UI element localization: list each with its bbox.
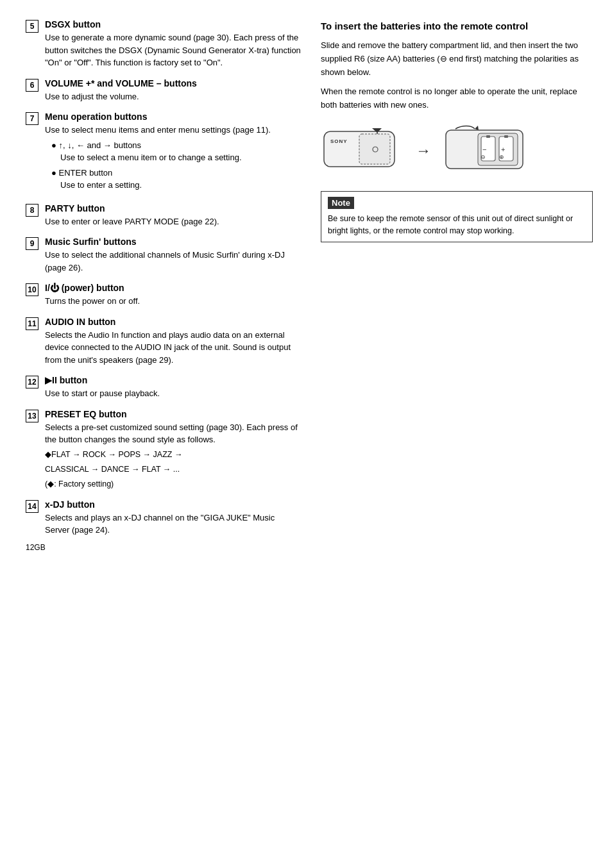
item-9: 9 Music Surfin' buttons Use to select th… (26, 237, 302, 274)
svg-text:⊖: ⊖ (480, 154, 486, 160)
item-13-body: Selects a pre-set customized sound setti… (45, 421, 302, 446)
item-8-title: PARTY button (45, 203, 302, 213)
item-num-13: 13 (26, 410, 38, 422)
battery-diagram: SONY → − (321, 124, 593, 178)
item-13-eq-line2: CLASSICAL → DANCE → FLAT → ... (45, 463, 302, 476)
item-num-9: 9 (26, 237, 38, 250)
item-7-body: Use to select menu items and enter menu … (45, 124, 302, 137)
arrow-icon: → (416, 142, 431, 160)
item-6-body: Use to adjust the volume. (45, 90, 302, 103)
item-5-title: DSGX button (45, 19, 302, 29)
item-6-content: VOLUME +* and VOLUME – buttons Use to ad… (45, 78, 302, 103)
right-heading: To insert the batteries into the remote … (321, 19, 593, 33)
item-num-10: 10 (26, 283, 38, 296)
note-box: Note Be sure to keep the remote sensor o… (321, 191, 593, 243)
item-13-eq-note: (◆: Factory setting) (45, 478, 302, 490)
svg-rect-11 (504, 135, 508, 138)
item-6: 6 VOLUME +* and VOLUME – buttons Use to … (26, 78, 302, 103)
item-9-title: Music Surfin' buttons (45, 237, 302, 247)
item-14-body: Selects and plays an x-DJ channel on the… (45, 512, 302, 537)
item-10-title: I/⏻ (power) button (45, 283, 302, 293)
item-14: 14 x-DJ button Selects and plays an x-DJ… (26, 499, 302, 537)
right-para2: When the remote control is no longer abl… (321, 85, 593, 112)
item-7-bullet-2: ENTER button Use to enter a setting. (51, 167, 302, 192)
note-body: Be sure to keep the remote sensor of thi… (328, 213, 586, 237)
item-10: 10 I/⏻ (power) button Turns the power on… (26, 283, 302, 308)
item-7-sub-2: Use to enter a setting. (60, 179, 302, 192)
item-12-title: ▶II button (45, 375, 302, 385)
item-7-bullet-1: ↑, ↓, ← and → buttons Use to select a me… (51, 139, 302, 164)
item-5-body: Use to generate a more dynamic sound (pa… (45, 31, 302, 69)
item-10-body: Turns the power on or off. (45, 295, 302, 308)
right-column: To insert the batteries into the remote … (314, 19, 593, 546)
device-closed-svg: SONY (321, 125, 404, 176)
item-num-14: 14 (26, 500, 38, 513)
item-8-content: PARTY button Use to enter or leave PARTY… (45, 203, 302, 228)
item-12-body: Use to start or pause playback. (45, 387, 302, 400)
svg-rect-8 (486, 135, 490, 138)
item-num-8: 8 (26, 204, 38, 217)
right-para1: Slide and remove the battery compartment… (321, 39, 593, 79)
item-13: 13 PRESET EQ button Selects a pre-set cu… (26, 409, 302, 490)
item-12: 12 ▶II button Use to start or pause play… (26, 375, 302, 400)
item-14-title: x-DJ button (45, 499, 302, 510)
item-7: 7 Menu operation buttons Use to select m… (26, 112, 302, 194)
item-7-bullets: ↑, ↓, ← and → buttons Use to select a me… (45, 139, 302, 192)
svg-text:−: − (482, 146, 486, 153)
item-8: 8 PARTY button Use to enter or leave PAR… (26, 203, 302, 228)
item-11: 11 AUDIO IN button Selects the Audio In … (26, 317, 302, 367)
item-11-content: AUDIO IN button Selects the Audio In fun… (45, 317, 302, 367)
item-5: 5 DSGX button Use to generate a more dyn… (26, 19, 302, 69)
svg-text:SONY: SONY (330, 138, 348, 144)
svg-text:+: + (501, 146, 505, 153)
device-open-svg: − + ⊖ ⊕ (443, 124, 532, 178)
item-9-body: Use to select the additional channels of… (45, 249, 302, 274)
item-num-6: 6 (26, 79, 38, 92)
item-8-body: Use to enter or leave PARTY MODE (page 2… (45, 215, 302, 228)
item-num-11: 11 (26, 317, 38, 330)
item-11-title: AUDIO IN button (45, 317, 302, 327)
svg-rect-2 (359, 134, 390, 164)
item-13-title: PRESET EQ button (45, 409, 302, 419)
item-num-7: 7 (26, 112, 38, 125)
item-7-content: Menu operation buttons Use to select men… (45, 112, 302, 194)
item-num-12: 12 (26, 376, 38, 388)
svg-marker-15 (475, 126, 479, 130)
svg-text:⊕: ⊕ (499, 154, 504, 160)
page-number: 12GB (26, 543, 46, 552)
item-13-eq-line1: ◆FLAT → ROCK → POPS → JAZZ → (45, 448, 302, 461)
note-title: Note (328, 197, 354, 209)
item-14-content: x-DJ button Selects and plays an x-DJ ch… (45, 499, 302, 537)
item-10-content: I/⏻ (power) button Turns the power on or… (45, 283, 302, 308)
left-column: 5 DSGX button Use to generate a more dyn… (26, 19, 302, 546)
item-5-content: DSGX button Use to generate a more dynam… (45, 19, 302, 69)
item-11-body: Selects the Audio In function and plays … (45, 329, 302, 367)
item-7-title: Menu operation buttons (45, 112, 302, 122)
item-7-sub-1: Use to select a menu item or to change a… (60, 151, 302, 164)
item-num-5: 5 (26, 20, 38, 33)
item-9-content: Music Surfin' buttons Use to select the … (45, 237, 302, 274)
item-12-content: ▶II button Use to start or pause playbac… (45, 375, 302, 400)
item-13-content: PRESET EQ button Selects a pre-set custo… (45, 409, 302, 490)
item-6-title: VOLUME +* and VOLUME – buttons (45, 78, 302, 88)
